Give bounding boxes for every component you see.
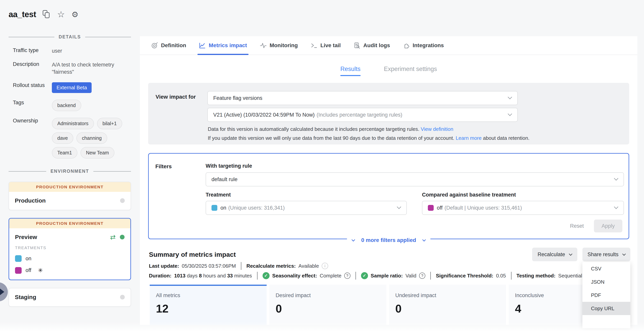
menu-item-pdf[interactable]: PDF <box>582 288 630 302</box>
description-label: Description <box>8 60 52 76</box>
share-results-button[interactable]: Share results <box>582 248 630 261</box>
document-search-icon <box>354 42 360 49</box>
metric-card-desired-impact[interactable]: Desired impact 0 <box>269 285 386 325</box>
traffic-type-value: user <box>52 46 131 54</box>
status-dot-gray <box>120 295 125 300</box>
duration-value: 1013 days 8 hours and 33 minutes <box>174 273 252 279</box>
target-icon <box>151 42 158 49</box>
owner-pill: channing <box>76 132 107 144</box>
subtab-experiment-settings[interactable]: Experiment settings <box>384 66 437 76</box>
details-heading: DETAILS <box>59 34 81 40</box>
question-icon[interactable]: ? <box>344 272 350 279</box>
tab-label: Monitoring <box>270 42 298 48</box>
treatment-off-swatch <box>15 267 22 274</box>
treatment-label: Treatment <box>206 192 231 198</box>
metric-card-undesired-impact[interactable]: Undesired impact 0 <box>389 285 506 325</box>
chevron-down-icon <box>508 112 512 116</box>
subtab-results[interactable]: Results <box>340 66 360 76</box>
apply-button[interactable]: Apply <box>594 220 622 232</box>
menu-item-csv[interactable]: CSV <box>582 262 630 275</box>
more-filters-toggle[interactable]: 0 more filters applied <box>347 237 430 243</box>
status-dot-gray <box>120 198 125 203</box>
terminal-icon <box>311 42 317 49</box>
sidebar-collapse-handle[interactable] <box>0 282 8 302</box>
main-panel: Definition Metrics impact Monitoring L <box>140 36 637 325</box>
line-chart-icon <box>199 42 206 49</box>
question-icon[interactable]: ? <box>419 272 425 279</box>
targeting-rule-select[interactable]: default rule <box>206 172 624 186</box>
treatment-select[interactable]: on (Unique users: 316,341) <box>206 201 407 215</box>
view-impact-panel: View impact for Feature flag versions V2… <box>148 83 629 144</box>
chevron-down-icon <box>422 238 426 241</box>
version-value: V21 (Active) (10/03/2022 04:59PM To Now) <box>213 112 314 118</box>
baseline-value-detail: (Default | Unique users: 315,461) <box>444 205 522 211</box>
owner-pill: Administrators <box>52 118 94 129</box>
testing-method-value: Sequential <box>558 273 582 279</box>
seasonality-label: Seasonality effect: <box>272 273 317 279</box>
baseline-select[interactable]: off (Default | Unique users: 315,461) <box>422 201 624 215</box>
tab-integrations[interactable]: Integrations <box>403 36 444 54</box>
menu-item-json[interactable]: JSON <box>582 275 630 288</box>
tab-label: Audit logs <box>363 42 390 48</box>
subtab-label: Experiment settings <box>384 66 437 72</box>
divider <box>430 272 431 280</box>
version-select[interactable]: V21 (Active) (10/03/2022 04:59PM To Now)… <box>208 108 518 122</box>
view-definition-link[interactable]: View definition <box>421 126 453 132</box>
metric-card-label: Undesired impact <box>395 292 506 298</box>
summary-heading: Summary of metrics impact <box>149 251 236 258</box>
more-filters-label: 0 more filters applied <box>361 237 416 243</box>
sample-ratio-value: Valid <box>406 273 416 279</box>
learn-more-link[interactable]: Learn more <box>456 135 482 141</box>
chevron-right-icon <box>0 288 4 295</box>
baseline-label: Compared against baseline treatment <box>422 192 516 198</box>
environment-card-staging[interactable]: Staging <box>8 288 131 307</box>
active-subtab-underline <box>340 75 360 76</box>
chevron-down-icon <box>352 238 355 241</box>
tab-definition[interactable]: Definition <box>151 36 186 54</box>
production-environment-banner: PRODUCTION ENVIRONMENT <box>9 182 130 192</box>
filter-actions: Reset Apply <box>570 220 622 232</box>
settings-gear-icon[interactable]: ⚙ <box>72 10 78 19</box>
recalculate-button[interactable]: Recalculate <box>532 248 577 261</box>
metric-summary-cards: All metrics 12 Desired impact 0 Undesire… <box>150 285 626 325</box>
info-icon[interactable]: i <box>322 262 328 269</box>
version-note-2: If you update this version we will only … <box>208 135 530 141</box>
rollout-status-badge: External Beta <box>52 82 92 93</box>
environment-card-preview[interactable]: PRODUCTION ENVIRONMENT Preview ⇄ TREATME… <box>8 218 131 280</box>
environment-card-production[interactable]: PRODUCTION ENVIRONMENT Production <box>8 182 131 210</box>
targeting-rule-label: With targeting rule <box>206 163 252 169</box>
app-root: aa_test ☆ ⚙ DETAILS Traffic type user De… <box>0 0 644 333</box>
divider <box>511 272 512 280</box>
last-update-value: 05/30/2025 03:57:06PM <box>182 263 236 269</box>
swap-arrows-icon[interactable]: ⇄ <box>110 234 116 240</box>
details-rows: Traffic type user Description A/A test t… <box>8 46 131 158</box>
tags-row: Tags backend <box>8 98 131 111</box>
metric-card-all-metrics[interactable]: All metrics 12 <box>150 285 267 325</box>
tab-label: Definition <box>161 42 186 48</box>
traffic-type-label: Traffic type <box>8 46 52 54</box>
treatment-name: off <box>26 267 32 273</box>
production-environment-banner: PRODUCTION ENVIRONMENT <box>9 218 130 228</box>
copy-icon[interactable] <box>43 10 50 19</box>
tab-audit-logs[interactable]: Audit logs <box>354 36 390 54</box>
menu-item-copy-url[interactable]: Copy URL <box>582 302 630 315</box>
impact-type-value: Feature flag versions <box>213 95 262 101</box>
tab-label: Live tail <box>320 42 341 48</box>
metric-card-label: All metrics <box>156 292 267 298</box>
tab-monitoring[interactable]: Monitoring <box>260 36 298 54</box>
owner-pill: bilal+1 <box>97 118 122 129</box>
impact-type-select[interactable]: Feature flag versions <box>208 91 518 105</box>
chevron-down-icon <box>614 176 618 181</box>
chevron-down-icon <box>397 205 401 209</box>
environment-name: Production <box>15 197 120 204</box>
owner-pill: Team1 <box>52 147 78 158</box>
filters-box: Filters With targeting rule default rule… <box>148 153 629 239</box>
description-row: Description A/A test to check telemetry … <box>8 60 131 76</box>
traffic-type-row: Traffic type user <box>8 46 131 54</box>
star-icon[interactable]: ☆ <box>57 9 65 19</box>
tab-metrics-impact[interactable]: Metrics impact <box>199 36 247 54</box>
reset-button[interactable]: Reset <box>570 223 584 229</box>
puzzle-icon <box>403 42 410 49</box>
targeting-rule-value: default rule <box>212 176 238 182</box>
tab-live-tail[interactable]: Live tail <box>311 36 341 54</box>
